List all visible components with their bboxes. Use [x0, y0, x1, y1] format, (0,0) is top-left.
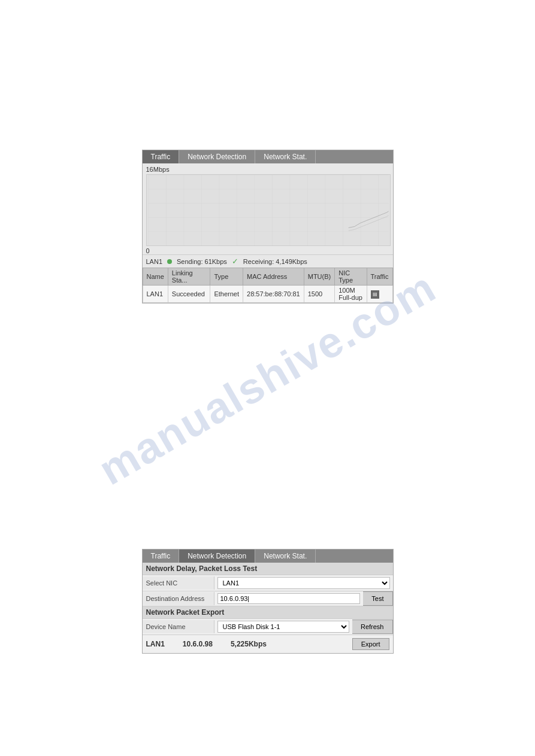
- select-nic-row: Select NIC LAN1: [143, 575, 393, 591]
- refresh-button[interactable]: Refresh: [352, 620, 393, 634]
- row-traffic-icon[interactable]: ▤: [367, 286, 392, 303]
- destination-address-label: Destination Address: [143, 592, 214, 605]
- tab-network-stat-bottom[interactable]: Network Stat.: [255, 549, 316, 563]
- row-mtu: 1500: [304, 286, 335, 303]
- export-nic: LAN1: [146, 640, 165, 648]
- page-content: Traffic Network Detection Network Stat. …: [0, 0, 535, 666]
- device-name-row: Device Name USB Flash Disk 1-1 Refresh: [143, 619, 393, 635]
- graph-y-min-label: 0: [146, 247, 389, 254]
- bottom-panel-tabs: Traffic Network Detection Network Stat.: [143, 549, 393, 563]
- device-name-label: Device Name: [143, 620, 214, 633]
- destination-address-control: [214, 591, 364, 606]
- row-nic-type: 100M Full-dup: [335, 286, 367, 303]
- col-mtu: MTU(B): [304, 268, 335, 286]
- receiving-label: Receiving: 4,149Kbps: [243, 258, 307, 265]
- tab-network-detection-bottom[interactable]: Network Detection: [179, 549, 255, 563]
- row-linking-status: Succeeded: [168, 286, 210, 303]
- sending-label: Sending: 61Kbps: [177, 258, 227, 265]
- col-nic-type: NIC Type: [335, 268, 367, 286]
- svg-rect-0: [148, 175, 388, 245]
- tab-network-stat-top[interactable]: Network Stat.: [255, 150, 316, 163]
- export-ip: 10.6.0.98: [183, 640, 213, 648]
- tab-network-detection-top[interactable]: Network Detection: [179, 150, 255, 163]
- col-mac: MAC Address: [243, 268, 304, 286]
- top-panel: Traffic Network Detection Network Stat. …: [142, 150, 394, 303]
- col-type: Type: [210, 268, 243, 286]
- export-button[interactable]: Export: [352, 638, 389, 650]
- traffic-icon[interactable]: ▤: [371, 290, 379, 299]
- row-type: Ethernet: [210, 286, 243, 303]
- bottom-panel: Traffic Network Detection Network Stat. …: [142, 549, 394, 654]
- network-packet-section-title: Network Packet Export: [143, 606, 393, 619]
- sending-indicator: [167, 259, 172, 264]
- graph-area: 16Mbps 0: [143, 163, 393, 254]
- tab-traffic-top[interactable]: Traffic: [143, 150, 180, 163]
- export-row: LAN1 10.6.0.98 5,225Kbps Export: [143, 635, 393, 653]
- top-panel-tabs: Traffic Network Detection Network Stat.: [143, 150, 393, 163]
- graph-grid-svg: [147, 175, 390, 245]
- graph-y-max-label: 16Mbps: [146, 166, 389, 173]
- network-delay-section-title: Network Delay, Packet Loss Test: [143, 563, 393, 575]
- export-speed: 5,225Kbps: [231, 640, 267, 648]
- device-name-dropdown[interactable]: USB Flash Disk 1-1: [217, 621, 349, 633]
- table-row: LAN1 Succeeded Ethernet 28:57:be:88:70:8…: [143, 286, 392, 303]
- nic-table: Name Linking Sta... Type MAC Address MTU…: [143, 268, 393, 303]
- select-nic-control: LAN1: [214, 575, 393, 591]
- tab-traffic-bottom[interactable]: Traffic: [143, 549, 180, 563]
- device-name-control: USB Flash Disk 1-1: [214, 619, 352, 634]
- destination-address-input[interactable]: [217, 593, 361, 604]
- destination-address-row: Destination Address Test: [143, 591, 393, 606]
- select-nic-label: Select NIC: [143, 576, 214, 590]
- export-info: LAN1 10.6.0.98 5,225Kbps: [146, 640, 352, 648]
- row-name: LAN1: [143, 286, 168, 303]
- test-button[interactable]: Test: [363, 591, 392, 606]
- col-traffic: Traffic: [367, 268, 392, 286]
- select-nic-dropdown[interactable]: LAN1: [217, 577, 390, 589]
- graph-status-bar: LAN1 Sending: 61Kbps ✓ Receiving: 4,149K…: [143, 254, 393, 268]
- col-linking-status: Linking Sta...: [168, 268, 210, 286]
- receiving-indicator: ✓: [232, 257, 238, 266]
- graph-canvas: [146, 174, 391, 246]
- col-name: Name: [143, 268, 168, 286]
- status-nic-label: LAN1: [146, 258, 163, 265]
- row-mac: 28:57:be:88:70:81: [243, 286, 304, 303]
